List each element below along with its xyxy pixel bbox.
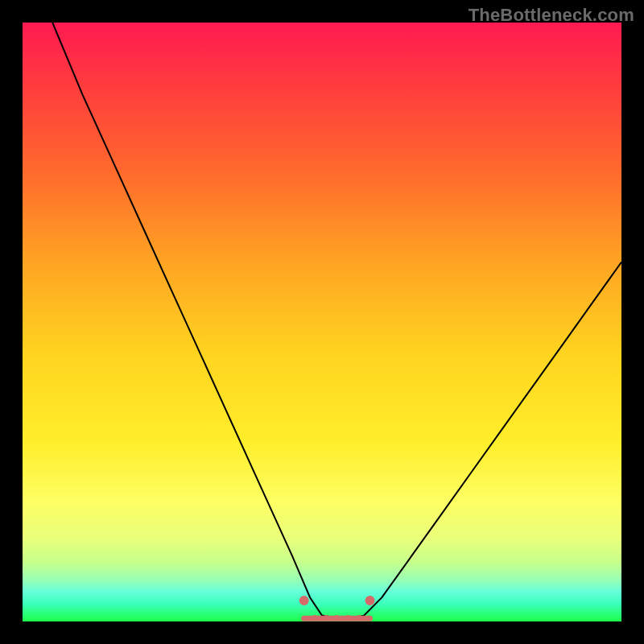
watermark-text: TheBottleneck.com [469, 5, 634, 26]
valley-marker-dot-left [299, 596, 309, 605]
valley-marker-bump [345, 615, 350, 620]
chart-frame: TheBottleneck.com [0, 0, 644, 644]
valley-marker-bump [324, 615, 328, 620]
plot-area [23, 23, 621, 621]
bottleneck-curve-path [52, 23, 621, 618]
valley-marker-bump [312, 615, 317, 620]
valley-marker-bump [334, 615, 339, 620]
curve-layer [23, 23, 621, 621]
valley-marker-dot-right [365, 596, 375, 605]
valley-marker-bump [357, 615, 361, 620]
